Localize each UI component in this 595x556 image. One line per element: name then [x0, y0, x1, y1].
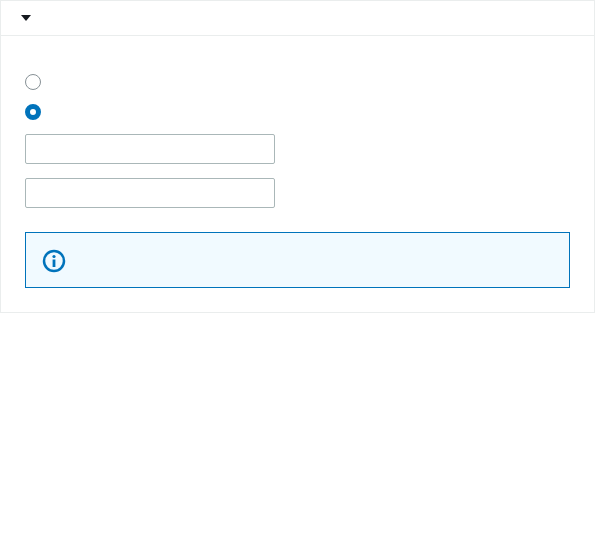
radio-icon-unchecked[interactable] [25, 74, 41, 90]
svg-rect-2 [53, 260, 56, 268]
radio-public[interactable] [25, 72, 570, 90]
slack-channel-panel [0, 0, 595, 313]
tip-content [78, 247, 553, 249]
radio-private[interactable] [25, 102, 570, 120]
radio-icon-checked[interactable] [25, 104, 41, 120]
info-icon [42, 249, 66, 273]
panel-body [1, 36, 594, 312]
caret-down-icon [21, 15, 31, 21]
panel-header[interactable] [1, 1, 594, 36]
tip-box [25, 232, 570, 288]
channel-id-input[interactable] [25, 134, 275, 164]
config-name-input[interactable] [25, 178, 275, 208]
svg-point-1 [52, 255, 55, 258]
